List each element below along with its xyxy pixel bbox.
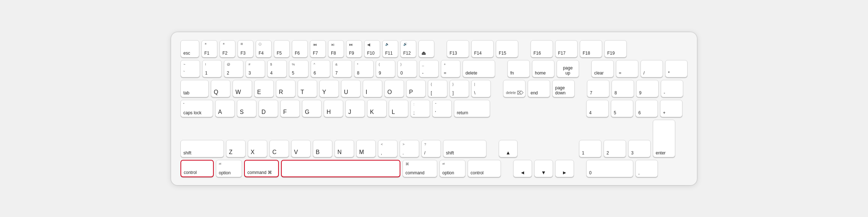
key-option-right[interactable]: at option bbox=[439, 160, 465, 177]
key-delete[interactable]: delete bbox=[463, 60, 495, 77]
key-1[interactable]: ! 1 bbox=[202, 60, 222, 77]
key-space[interactable] bbox=[281, 160, 400, 177]
key-p[interactable]: P bbox=[406, 80, 426, 97]
key-semicolon[interactable]: : ; bbox=[410, 100, 430, 117]
key-y[interactable]: Y bbox=[319, 80, 339, 97]
key-5[interactable]: % 5 bbox=[289, 60, 309, 77]
key-l[interactable]: L bbox=[389, 100, 408, 117]
key-shift-left[interactable]: shift bbox=[180, 140, 224, 157]
key-4[interactable]: $ 4 bbox=[267, 60, 287, 77]
key-numpad-4[interactable]: 4 bbox=[586, 100, 609, 117]
key-w[interactable]: W bbox=[233, 80, 252, 97]
key-arrow-right[interactable]: ► bbox=[555, 160, 574, 177]
key-backtick[interactable]: ~ ` bbox=[180, 60, 200, 77]
key-k[interactable]: K bbox=[367, 100, 387, 117]
key-2[interactable]: @ 2 bbox=[224, 60, 243, 77]
key-s[interactable]: S bbox=[237, 100, 256, 117]
key-f10[interactable]: ◀ F10 bbox=[364, 40, 380, 58]
key-quote[interactable]: " ' bbox=[432, 100, 452, 117]
key-numpad-plus[interactable]: + bbox=[660, 100, 682, 117]
key-clear[interactable]: clear bbox=[591, 60, 614, 77]
key-8[interactable]: * 8 bbox=[354, 60, 374, 77]
key-x[interactable]: X bbox=[248, 140, 267, 157]
key-rbracket[interactable]: } ] bbox=[450, 80, 469, 97]
key-f13[interactable]: F13 bbox=[447, 40, 469, 58]
key-eject[interactable]: ⏏ bbox=[418, 40, 434, 58]
key-minus[interactable]: _ - bbox=[419, 60, 439, 77]
key-arrow-up[interactable]: ▲ bbox=[499, 140, 518, 157]
key-f14[interactable]: F14 bbox=[471, 40, 494, 58]
key-f2[interactable]: ☀ F2 bbox=[220, 40, 235, 58]
key-c[interactable]: C bbox=[269, 140, 289, 157]
key-f12[interactable]: 🔊 F12 bbox=[400, 40, 416, 58]
key-d[interactable]: D bbox=[259, 100, 278, 117]
key-m[interactable]: M bbox=[356, 140, 376, 157]
key-command-right[interactable]: ⌘ command bbox=[403, 160, 437, 177]
key-option-left[interactable]: at option bbox=[216, 160, 242, 177]
key-numpad-comma[interactable]: , bbox=[635, 160, 658, 177]
key-q[interactable]: Q bbox=[211, 80, 230, 97]
key-9[interactable]: ( 9 bbox=[376, 60, 395, 77]
key-7[interactable]: & 7 bbox=[332, 60, 352, 77]
key-z[interactable]: Z bbox=[226, 140, 246, 157]
key-f11[interactable]: 🔈 F11 bbox=[382, 40, 398, 58]
key-u[interactable]: U bbox=[341, 80, 361, 97]
key-home[interactable]: home bbox=[532, 60, 554, 77]
key-numpad-6[interactable]: 6 bbox=[635, 100, 658, 117]
key-b[interactable]: B bbox=[313, 140, 332, 157]
key-f5[interactable]: F5 bbox=[274, 40, 290, 58]
key-f7[interactable]: ⏮ F7 bbox=[310, 40, 326, 58]
key-control-right[interactable]: control bbox=[468, 160, 501, 177]
key-g[interactable]: G bbox=[302, 100, 322, 117]
key-e[interactable]: E bbox=[254, 80, 274, 97]
key-v[interactable]: V bbox=[291, 140, 311, 157]
key-tab[interactable]: tab bbox=[180, 80, 209, 97]
key-n[interactable]: N bbox=[335, 140, 354, 157]
key-numpad-1[interactable]: 1 bbox=[579, 140, 601, 157]
key-backslash[interactable]: | \ bbox=[471, 80, 491, 97]
key-f1[interactable]: ☀ F1 bbox=[201, 40, 217, 58]
key-equals[interactable]: + = bbox=[441, 60, 460, 77]
key-3[interactable]: # 3 bbox=[246, 60, 265, 77]
key-h[interactable]: H bbox=[324, 100, 343, 117]
key-a[interactable]: A bbox=[215, 100, 235, 117]
key-f4[interactable]: ⓘ F4 bbox=[256, 40, 272, 58]
key-f[interactable]: F bbox=[280, 100, 300, 117]
key-fn[interactable]: fn bbox=[507, 60, 530, 77]
key-numpad-asterisk[interactable]: * bbox=[665, 60, 688, 77]
key-f6[interactable]: F6 bbox=[292, 40, 308, 58]
key-numpad-enter[interactable]: enter bbox=[653, 120, 675, 157]
key-f8[interactable]: ⏯ F8 bbox=[328, 40, 344, 58]
key-j[interactable]: J bbox=[345, 100, 365, 117]
key-pageup[interactable]: pageup bbox=[557, 60, 579, 77]
key-slash[interactable]: ? / bbox=[421, 140, 441, 157]
key-numpad-minus[interactable]: - bbox=[661, 80, 683, 97]
key-6[interactable]: ^ 6 bbox=[311, 60, 330, 77]
key-arrow-down[interactable]: ▼ bbox=[534, 160, 553, 177]
key-0[interactable]: ) 0 bbox=[397, 60, 417, 77]
key-numpad-5[interactable]: 5 bbox=[611, 100, 633, 117]
key-period[interactable]: > . bbox=[400, 140, 419, 157]
key-f19[interactable]: F19 bbox=[604, 40, 627, 58]
key-numpad-3[interactable]: 3 bbox=[628, 140, 651, 157]
key-numpad-slash[interactable]: / bbox=[641, 60, 663, 77]
key-o[interactable]: O bbox=[384, 80, 404, 97]
key-arrow-left[interactable]: ◄ bbox=[513, 160, 532, 177]
key-shift-right[interactable]: shift bbox=[443, 140, 486, 157]
key-control-left[interactable]: control bbox=[180, 160, 214, 177]
key-f18[interactable]: F18 bbox=[580, 40, 602, 58]
key-return[interactable]: return bbox=[454, 100, 490, 117]
key-numpad-8[interactable]: 8 bbox=[612, 80, 634, 97]
key-r[interactable]: R bbox=[276, 80, 295, 97]
key-pagedown[interactable]: pagedown bbox=[552, 80, 575, 97]
key-numpad-2[interactable]: 2 bbox=[604, 140, 626, 157]
key-comma[interactable]: < , bbox=[378, 140, 397, 157]
key-numpad-9[interactable]: 9 bbox=[636, 80, 659, 97]
key-delete-fwd[interactable]: delete ⌦ bbox=[503, 80, 526, 97]
key-numpad-0[interactable]: 0 bbox=[586, 160, 633, 177]
key-f3[interactable]: ⊞ F3 bbox=[238, 40, 254, 58]
key-i[interactable]: I bbox=[363, 80, 382, 97]
key-t[interactable]: T bbox=[298, 80, 317, 97]
key-f17[interactable]: F17 bbox=[555, 40, 578, 58]
key-lbracket[interactable]: { [ bbox=[428, 80, 447, 97]
